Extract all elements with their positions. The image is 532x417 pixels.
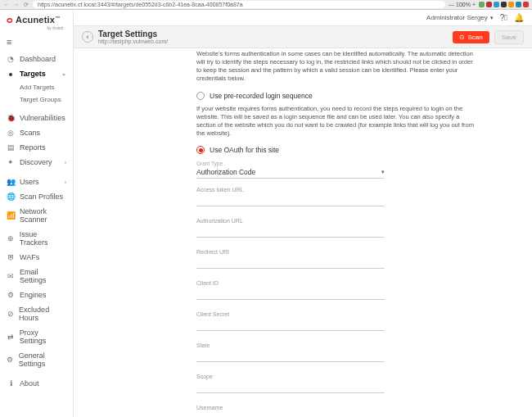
back-button[interactable]: ‹ [82,31,93,43]
tracker-icon: ⊕ [7,234,15,242]
nav-target-groups[interactable]: Target Groups [0,93,73,106]
nav-reports[interactable]: ▤Reports [0,140,73,155]
radio-icon[interactable] [196,92,205,100]
field-label: Client Secret [196,311,385,317]
field-label: Redirect URI [196,249,385,255]
chevron-down-icon: ▾ [381,169,385,175]
info-icon: ℹ [7,379,15,388]
nav-label: Scan Profiles [20,193,63,201]
network-icon: 📶 [7,211,15,220]
nav-label: WAFs [20,253,39,261]
redirect-uri-input[interactable] [196,256,385,269]
page-title: Target Settings [98,29,448,39]
username-input[interactable] [196,412,385,417]
chevron-right-icon: › [65,160,66,165]
nav-label: Reports [20,143,46,152]
page-header: ‹ Target Settings http://testphp.vulnweb… [74,26,532,48]
user-label: Administrator Sergey [426,14,488,21]
nav-label: Users [20,178,39,186]
reload-icon[interactable]: ⟳ [23,2,29,8]
nav-general-settings[interactable]: ⚙General Settings [0,348,73,371]
field-label: Username [196,405,385,410]
crosshair-icon: ⊙ [459,34,465,41]
grant-type-caption: Grant Type [196,161,516,166]
radio-label: Use OAuth for this site [210,146,279,154]
nav-label: Scans [20,129,40,137]
address-bar[interactable]: https://acunetix.cf.local:3443/#/targets… [33,1,445,8]
nav-engines[interactable]: ⚙Engines [0,288,73,302]
nav-label: Issue Trackers [20,230,66,247]
nav-network-scanner[interactable]: 📶Network Scanner [0,204,73,227]
scan-button[interactable]: ⊙Scan [453,31,489,43]
settings-panel: Website's forms authentication in some c… [196,48,532,417]
users-icon: 👥 [7,178,15,186]
chevron-right-icon: › [65,179,66,185]
brand-byline: by Invicti [7,25,66,30]
page-subtitle: http://testphp.vulnweb.com/ [98,39,448,44]
help-icon[interactable]: ?⃝ [500,13,507,22]
email-icon: ✉ [7,272,15,280]
nav-label: Network Scanner [20,207,66,224]
radio-prerecorded[interactable]: Use pre-recorded login sequence [196,92,516,100]
nav-label: Targets [20,70,46,78]
nav-label: Proxy Settings [20,329,66,345]
logo: ᴑ Acunetix™ by Invicti [0,10,73,32]
nav-label: Engines [20,291,47,299]
nav-label: Vulnerabilities [20,114,65,122]
chevron-down-icon: ⌄ [61,70,66,77]
select-value: Authorization Code [196,168,255,176]
nav-targets[interactable]: Targets⌄ [0,66,73,81]
scope-input[interactable] [196,381,385,393]
target-icon [9,73,12,76]
primary-nav: ◔Dashboard Targets⌄ Add Targets Target G… [0,52,73,391]
nav-dashboard[interactable]: ◔Dashboard [0,52,73,66]
authorization-url-input[interactable] [196,225,385,238]
menu-toggle-icon[interactable]: ≡ [0,32,73,52]
grant-type-select[interactable]: Authorization Code ▾ [196,166,385,179]
nav-label: About [20,379,39,388]
nav-discovery[interactable]: ✦Discovery› [0,155,73,170]
bug-icon: 🐞 [7,114,15,122]
field-label: Client ID [196,280,385,286]
radio-icon[interactable] [196,146,205,154]
nav-users[interactable]: 👥Users› [0,175,73,189]
client-secret-input[interactable] [196,319,385,331]
reports-icon: ▤ [7,143,15,152]
back-icon[interactable]: ← [3,2,10,7]
nav-vulnerabilities[interactable]: 🐞Vulnerabilities [0,111,73,125]
client-id-input[interactable] [196,288,385,300]
sidebar: ᴑ Acunetix™ by Invicti ≡ ◔Dashboard Targ… [0,10,74,417]
nav-label: Dashboard [20,55,56,63]
user-menu[interactable]: Administrator Sergey▾ [426,14,494,21]
proxy-icon: ⇄ [7,333,15,341]
nav-scan-profiles[interactable]: 🌐Scan Profiles [0,189,73,204]
nav-label: Excluded Hours [19,306,66,322]
waf-icon: ⛨ [7,253,15,261]
nav-proxy-settings[interactable]: ⇄Proxy Settings [0,325,73,348]
nav-issue-trackers[interactable]: ⊕Issue Trackers [0,227,73,250]
brand-name: Acunetix [16,15,55,25]
auth-description-2: If your website requires forms authentic… [196,105,475,138]
access-token-url-input[interactable] [196,194,385,206]
field-label: State [196,342,385,348]
browser-chrome: ← → ⟳ https://acunetix.cf.local:3443/#/t… [0,0,532,10]
nav-about[interactable]: ℹAbout [0,376,73,391]
forward-icon[interactable]: → [13,2,20,7]
nav-add-targets[interactable]: Add Targets [0,81,73,93]
bell-icon[interactable]: 🔔 [514,13,524,22]
nav-excluded-hours[interactable]: ⊘Excluded Hours [0,302,73,325]
auth-description-1: Website's forms authentication in some c… [196,50,475,84]
save-button: Save [494,30,524,44]
radio-label: Use pre-recorded login sequence [210,92,313,100]
nav-scans[interactable]: ◎Scans [0,125,73,140]
topbar: Administrator Sergey▾ ?⃝ 🔔 [74,10,532,26]
nav-label: General Settings [19,351,66,368]
radio-oauth[interactable]: Use OAuth for this site [196,146,516,154]
nav-wafs[interactable]: ⛨WAFs [0,250,73,265]
state-input[interactable] [196,350,385,362]
field-label: Access token URL [196,187,385,193]
nav-email-settings[interactable]: ✉Email Settings [0,265,73,288]
scan-icon: ◎ [7,129,15,137]
nav-label: Discovery [20,158,52,166]
globe-icon: 🌐 [7,193,15,201]
